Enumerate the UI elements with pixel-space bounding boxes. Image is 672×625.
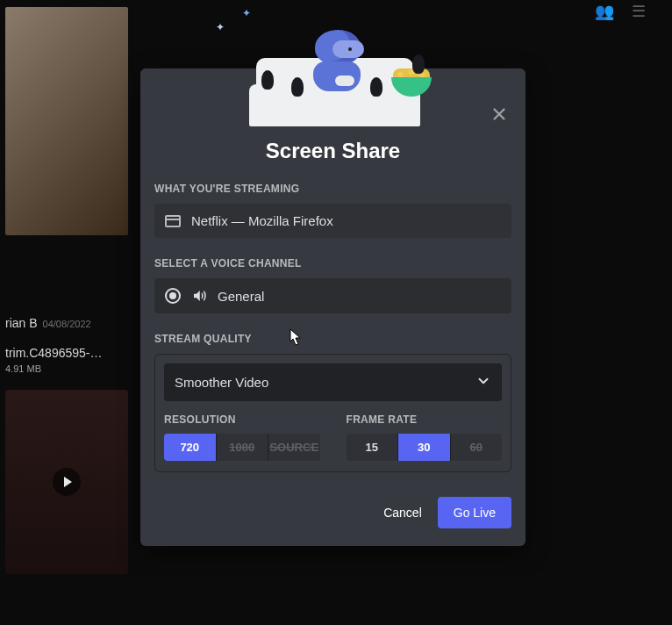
wumpus-icon [306, 30, 369, 98]
header-actions: 👥 ☰ [595, 2, 646, 21]
framerate-label: FRAME RATE [347, 413, 503, 426]
sparkle-icon: ✦ [242, 7, 251, 19]
channel-label: SELECT A VOICE CHANNEL [154, 257, 511, 269]
modal-illustration: ✦ ✕ ✦ ✦ ✦ [154, 68, 511, 126]
message-date: 04/08/2022 [43, 319, 91, 329]
close-icon [490, 104, 509, 124]
attachment-image [5, 7, 128, 235]
framerate-group: 15 30 60 [347, 434, 503, 461]
cancel-button[interactable]: Cancel [383, 506, 422, 520]
streaming-label: WHAT YOU'RE STREAMING [154, 183, 511, 195]
resolution-group: 720 1080 SOURCE [164, 434, 320, 461]
go-live-button[interactable]: Go Live [438, 497, 511, 528]
voice-channel-pill[interactable]: General [154, 278, 511, 313]
quality-panel: Smoother Video RESOLUTION 720 1080 SOURC… [154, 354, 511, 472]
window-icon [165, 215, 181, 227]
streaming-window-pill[interactable]: Netflix — Mozilla Firefox [154, 204, 511, 238]
close-button[interactable] [487, 102, 511, 126]
message-author-row: rian B 04/08/2022 [5, 316, 140, 330]
video-attachment[interactable] [5, 390, 128, 574]
attachment-filename: trim.C4896595-… [5, 346, 140, 360]
add-friend-icon[interactable]: 👥 [595, 2, 614, 21]
author-name: rian B [5, 316, 38, 330]
framerate-15[interactable]: 15 [347, 434, 399, 461]
chevron-down-icon [475, 373, 491, 392]
resolution-source[interactable]: SOURCE [268, 434, 320, 461]
play-button[interactable] [53, 468, 81, 496]
inbox-icon[interactable]: ☰ [632, 2, 646, 21]
quality-preset-value: Smoother Video [175, 375, 268, 390]
speaker-icon [191, 288, 207, 304]
screen-share-modal: ✦ ✕ ✦ ✦ ✦ Screen Share WHAT YOU'RE STREA… [140, 68, 525, 546]
resolution-label: RESOLUTION [164, 413, 320, 426]
channel-background: rian B 04/08/2022 trim.C4896595-… 4.91 M… [0, 0, 140, 625]
radio-selected-icon [165, 288, 181, 304]
quality-preset-dropdown[interactable]: Smoother Video [164, 363, 502, 401]
modal-footer: Cancel Go Live [154, 497, 511, 532]
resolution-720[interactable]: 720 [164, 434, 217, 461]
framerate-30[interactable]: 30 [398, 434, 451, 461]
modal-title: Screen Share [154, 139, 511, 163]
play-icon [64, 477, 72, 487]
resolution-1080[interactable]: 1080 [217, 434, 269, 461]
quality-label: STREAM QUALITY [154, 333, 511, 345]
framerate-60[interactable]: 60 [451, 434, 503, 461]
attachment-size: 4.91 MB [5, 363, 140, 374]
streaming-window-name: Netflix — Mozilla Firefox [191, 213, 333, 228]
sparkle-icon: ✦ [216, 21, 225, 33]
voice-channel-name: General [218, 289, 264, 304]
